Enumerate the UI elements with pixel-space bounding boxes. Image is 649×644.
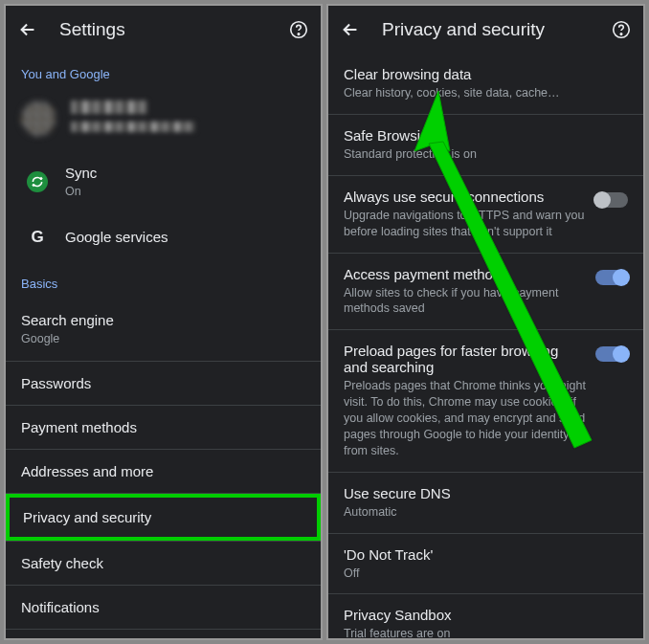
do-not-track-row[interactable]: 'Do Not Track' Off — [328, 534, 643, 594]
preload-pages-row[interactable]: Preload pages for faster browsing and se… — [328, 330, 643, 471]
privacy-security-panel: Privacy and security Clear browsing data… — [326, 4, 645, 640]
page-title: Privacy and security — [382, 19, 611, 40]
preload-toggle[interactable] — [595, 346, 628, 362]
addresses-row[interactable]: Addresses and more — [6, 450, 321, 493]
secure-connections-toggle[interactable] — [595, 192, 628, 208]
privacy-sandbox-row[interactable]: Privacy Sandbox Trial features are on — [328, 594, 643, 640]
settings-header: Settings — [6, 6, 321, 54]
avatar — [21, 101, 56, 136]
search-engine-value: Google — [21, 331, 305, 347]
access-payment-methods-row[interactable]: Access payment methods Allow sites to ch… — [328, 254, 643, 330]
highlight-annotation: Privacy and security — [6, 494, 321, 541]
help-icon[interactable] — [288, 19, 309, 40]
section-label-basics: Basics — [6, 263, 321, 299]
payment-methods-toggle[interactable] — [595, 270, 628, 285]
svg-point-3 — [620, 33, 621, 34]
sync-title: Sync — [65, 165, 97, 181]
settings-panel: Settings You and Google — [4, 4, 323, 640]
svg-point-1 — [298, 33, 299, 34]
safety-check-row[interactable]: Safety check — [6, 542, 321, 585]
always-secure-connections-row[interactable]: Always use secure connections Upgrade na… — [328, 176, 643, 253]
clear-browsing-data-row[interactable]: Clear browsing data Clear history, cooki… — [328, 54, 643, 114]
search-engine-row[interactable]: Search engine Google — [6, 299, 321, 361]
google-services-row[interactable]: G Google services — [6, 213, 321, 263]
account-row[interactable] — [6, 89, 321, 155]
back-icon[interactable] — [17, 19, 38, 40]
google-icon: G — [27, 227, 48, 248]
help-icon[interactable] — [611, 19, 632, 40]
account-name-redacted — [71, 100, 147, 114]
section-label-you-and-google: You and Google — [6, 54, 321, 89]
passwords-row[interactable]: Passwords — [6, 362, 321, 405]
search-engine-title: Search engine — [21, 312, 305, 328]
notifications-row[interactable]: Notifications — [6, 586, 321, 629]
page-title: Settings — [59, 19, 288, 40]
back-icon[interactable] — [340, 19, 361, 40]
secure-dns-row[interactable]: Use secure DNS Automatic — [328, 473, 643, 533]
privacy-security-row[interactable]: Privacy and security — [10, 498, 317, 537]
safe-browsing-row[interactable]: Safe Browsing Standard protection is on — [328, 115, 643, 175]
privacy-header: Privacy and security — [328, 6, 643, 54]
google-services-label: Google services — [65, 229, 168, 245]
account-email-redacted — [71, 122, 195, 132]
payment-methods-row[interactable]: Payment methods — [6, 406, 321, 449]
sync-status: On — [65, 184, 97, 200]
sync-row[interactable]: Sync On — [6, 155, 321, 213]
sync-icon — [27, 171, 48, 192]
